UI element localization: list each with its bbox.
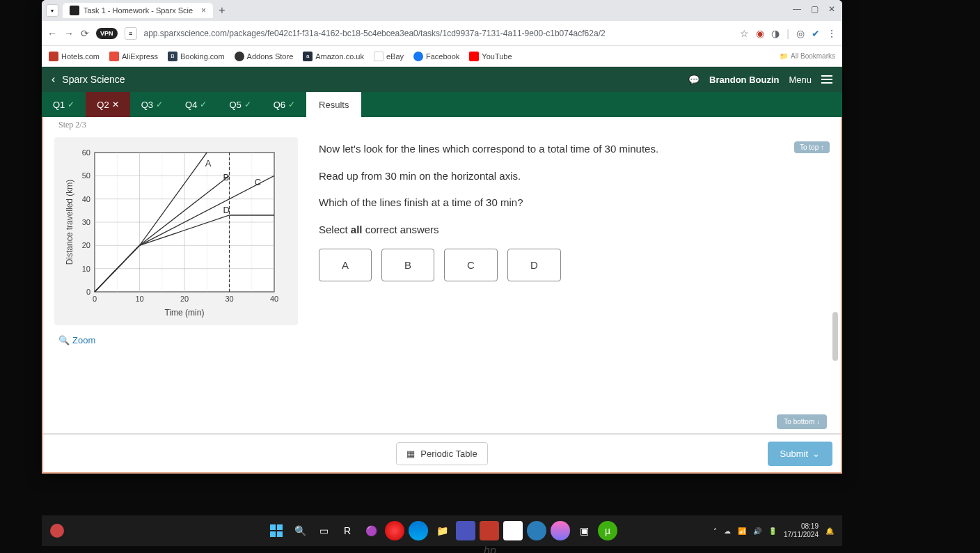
- tab-q5[interactable]: Q5✓: [218, 92, 262, 117]
- minimize-icon[interactable]: ―: [793, 4, 801, 14]
- svg-text:D: D: [223, 205, 230, 215]
- chevron-up-icon[interactable]: ˄: [713, 527, 717, 535]
- svg-text:20: 20: [180, 295, 189, 303]
- to-bottom-button[interactable]: To bottom ↓: [777, 414, 827, 429]
- browser-tab[interactable]: Task 1 - Homework - Sparx Scie ×: [63, 3, 213, 18]
- teams-icon[interactable]: [456, 521, 475, 540]
- hp-logo: hp: [484, 545, 496, 553]
- back-icon[interactable]: ←: [47, 28, 57, 39]
- bookmarks-bar: Hotels.com AliExpress BBooking.com Addon…: [42, 46, 842, 67]
- bookmark-addons[interactable]: Addons Store: [235, 52, 294, 61]
- tab-q2[interactable]: Q2✕: [86, 92, 129, 117]
- answer-c[interactable]: C: [444, 249, 498, 281]
- app-back-icon[interactable]: ‹: [52, 73, 55, 86]
- svg-text:30: 30: [82, 218, 90, 226]
- question-line-3: Which of the lines finish at a time of 3…: [319, 195, 830, 211]
- hamburger-icon[interactable]: [821, 75, 832, 84]
- periodic-table-button[interactable]: ▦ Periodic Table: [396, 442, 487, 465]
- battery-icon[interactable]: 🔋: [768, 527, 777, 535]
- new-tab-button[interactable]: +: [219, 4, 225, 17]
- svg-text:A: A: [205, 158, 212, 169]
- all-bookmarks[interactable]: 📁 All Bookmarks: [780, 52, 835, 60]
- bookmark-booking[interactable]: BBooking.com: [168, 52, 225, 61]
- app-square-icon[interactable]: ▣: [574, 521, 594, 540]
- menu-label: Menu: [789, 75, 812, 85]
- to-top-button[interactable]: To top ↑: [794, 141, 830, 153]
- copilot-icon[interactable]: 🟣: [361, 521, 381, 540]
- svg-rect-38: [270, 531, 276, 537]
- svg-text:0: 0: [86, 288, 90, 296]
- browser-icon[interactable]: [527, 521, 546, 540]
- submit-button[interactable]: Submit ⌄: [768, 442, 832, 466]
- forward-icon[interactable]: →: [64, 28, 74, 39]
- app-white-icon[interactable]: [503, 521, 523, 540]
- opera-icon[interactable]: ◎: [796, 28, 805, 39]
- scrollbar[interactable]: [832, 312, 838, 361]
- tab-q6[interactable]: Q6✓: [262, 92, 306, 117]
- tab-q3[interactable]: Q3✓: [130, 92, 174, 117]
- cloud-icon[interactable]: ☁: [724, 527, 731, 535]
- window-dropdown[interactable]: ▾: [46, 4, 58, 17]
- app-red-icon[interactable]: [480, 521, 499, 540]
- answer-b[interactable]: B: [381, 249, 434, 281]
- magnifier-icon: 🔍: [58, 335, 70, 345]
- svg-rect-37: [277, 524, 283, 530]
- bookmark-aliexpress[interactable]: AliExpress: [109, 52, 158, 61]
- browser-menu-icon[interactable]: ⋮: [827, 28, 837, 39]
- vpn-badge[interactable]: VPN: [96, 28, 118, 39]
- chat-icon[interactable]: 💬: [688, 75, 700, 85]
- answer-a[interactable]: A: [319, 249, 372, 281]
- answer-d[interactable]: D: [507, 249, 561, 281]
- start-icon[interactable]: [267, 521, 286, 540]
- check-icon: ✓: [288, 100, 295, 109]
- chart-panel: 0102030400102030405060ABCDTime (min)Dist…: [54, 137, 298, 325]
- bookmark-hotels[interactable]: Hotels.com: [49, 52, 100, 61]
- bookmark-facebook[interactable]: Facebook: [413, 52, 459, 61]
- wifi-icon[interactable]: 📶: [738, 527, 746, 535]
- bookmark-amazon[interactable]: aAmazon.co.uk: [303, 52, 364, 61]
- maximize-icon[interactable]: ▢: [811, 4, 819, 14]
- explorer-icon[interactable]: 📁: [432, 521, 452, 540]
- svg-text:10: 10: [135, 295, 143, 303]
- search-icon[interactable]: 🔍: [290, 521, 310, 540]
- answer-options: A B C D: [319, 249, 830, 281]
- svg-rect-36: [270, 524, 276, 530]
- url-text[interactable]: app.sparxscience.com/packages/fe042c1f-f…: [144, 29, 734, 38]
- bookmark-ebay[interactable]: eBay: [374, 52, 404, 61]
- extension2-icon[interactable]: ✔: [812, 28, 820, 39]
- clock[interactable]: 08:19 17/11/2024: [784, 522, 819, 539]
- bookmark-youtube[interactable]: YouTube: [469, 52, 512, 61]
- opera-taskbar-icon[interactable]: [385, 521, 404, 540]
- tab-results[interactable]: Results: [306, 92, 361, 117]
- svg-text:Time (min): Time (min): [165, 308, 205, 318]
- site-info-icon[interactable]: ≡: [125, 27, 137, 40]
- app-r-icon[interactable]: R: [338, 521, 357, 540]
- close-window-icon[interactable]: ✕: [828, 4, 835, 14]
- x-icon: ✕: [112, 100, 119, 109]
- tab-q4[interactable]: Q4✓: [174, 92, 218, 117]
- app-header: ‹ Sparx Science 💬 Brandon Bouzin Menu: [42, 67, 842, 92]
- app-title: Sparx Science: [62, 74, 125, 85]
- volume-icon[interactable]: 🔊: [753, 527, 761, 535]
- svg-text:10: 10: [82, 265, 90, 273]
- utorrent-icon[interactable]: µ: [598, 521, 617, 540]
- notification-icon[interactable]: 🔔: [825, 527, 834, 535]
- svg-text:C: C: [255, 177, 261, 187]
- reload-icon[interactable]: ⟳: [81, 28, 89, 39]
- tab-q1[interactable]: Q1✓: [42, 92, 86, 117]
- weather-icon[interactable]: [50, 524, 64, 538]
- edge-icon[interactable]: [409, 521, 428, 540]
- zoom-button[interactable]: 🔍 Zoom: [58, 335, 298, 345]
- tab-favicon-icon: [70, 6, 79, 15]
- svg-text:30: 30: [225, 295, 233, 303]
- close-icon[interactable]: ×: [201, 6, 206, 15]
- extension-icon[interactable]: ◑: [771, 28, 780, 39]
- svg-rect-39: [277, 531, 283, 537]
- question-line-2: Read up from 30 min on the horizontal ax…: [319, 169, 830, 185]
- star-icon[interactable]: ☆: [740, 28, 749, 39]
- taskview-icon[interactable]: ▭: [314, 521, 333, 540]
- shield-icon[interactable]: ◉: [756, 28, 764, 39]
- messenger-icon[interactable]: [551, 521, 570, 540]
- content-area: Step 2/3 0102030400102030405060ABCDTime …: [42, 117, 842, 474]
- svg-text:20: 20: [82, 241, 90, 249]
